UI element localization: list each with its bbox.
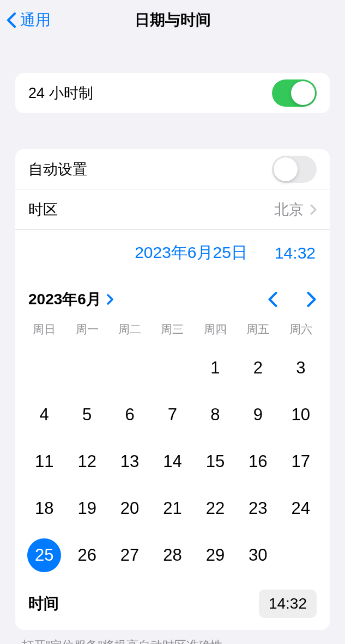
weekday-cell: 周四 (194, 322, 237, 337)
calendar-day-cell[interactable]: 8 (194, 401, 237, 428)
back-label: 通用 (20, 10, 51, 30)
calendar-day-cell[interactable]: 21 (151, 495, 193, 522)
calendar-next-month-button[interactable] (307, 292, 317, 307)
calendar-day-cell[interactable]: 1 (194, 354, 237, 382)
calendar-day-cell[interactable]: 9 (237, 401, 279, 428)
page-title: 日期与时间 (135, 10, 211, 30)
calendar-day-cell[interactable]: 18 (23, 495, 65, 522)
selected-time-display[interactable]: 14:32 (275, 244, 316, 262)
calendar-empty-cell (23, 354, 65, 382)
calendar-day-cell[interactable]: 26 (65, 542, 108, 569)
calendar-month-label: 2023年6月 (28, 289, 101, 310)
weekday-cell: 周二 (108, 322, 151, 337)
footer-hint: 打开"定位服务"将提高自动时区准确性。 (22, 637, 323, 644)
clock-24h-label: 24 小时制 (28, 83, 93, 103)
calendar-day-cell[interactable]: 4 (23, 401, 65, 428)
timezone-value-container: 北京 (274, 200, 317, 219)
timezone-row[interactable]: 时区 北京 (15, 189, 330, 230)
calendar-day-cell[interactable]: 19 (65, 495, 108, 522)
calendar-empty-cell (151, 354, 193, 382)
calendar-day-cell[interactable]: 28 (151, 542, 193, 569)
auto-set-toggle[interactable] (272, 156, 317, 183)
calendar-day-cell[interactable]: 20 (108, 495, 151, 522)
auto-set-row: 自动设置 (15, 149, 330, 189)
weekday-cell: 周三 (151, 322, 193, 337)
calendar-day-cell[interactable]: 24 (280, 495, 322, 522)
chevron-right-icon (310, 204, 317, 215)
calendar: 2023年6月 周日周一周二周三周四周五周六 12345678910111213… (15, 276, 330, 630)
toggle-knob (274, 157, 298, 181)
chevron-left-icon (7, 13, 16, 28)
calendar-day-cell[interactable]: 13 (108, 448, 151, 475)
calendar-day-cell[interactable]: 22 (194, 495, 237, 522)
time-row: 时间 14:32 (21, 574, 324, 620)
calendar-day-cell[interactable]: 14 (151, 448, 193, 475)
calendar-day-cell[interactable]: 7 (151, 401, 193, 428)
calendar-day-cell[interactable]: 16 (237, 448, 279, 475)
toggle-knob (291, 81, 315, 105)
clock-format-section: 24 小时制 (15, 73, 330, 113)
calendar-empty-cell (65, 354, 108, 382)
calendar-month-header: 2023年6月 (21, 285, 324, 322)
calendar-grid: 1234567891011121314151617181920212223242… (21, 345, 324, 574)
back-button[interactable]: 通用 (7, 10, 51, 30)
timezone-value: 北京 (274, 200, 304, 219)
calendar-day-cell[interactable]: 12 (65, 448, 108, 475)
time-label: 时间 (28, 593, 59, 614)
weekday-cell: 周五 (237, 322, 279, 337)
calendar-day-cell[interactable]: 11 (23, 448, 65, 475)
datetime-summary-row: 2023年6月25日 14:32 (15, 230, 330, 276)
navigation-bar: 通用 日期与时间 (0, 0, 345, 40)
calendar-day-cell[interactable]: 5 (65, 401, 108, 428)
weekday-cell: 周日 (23, 322, 65, 337)
chevron-right-icon (107, 294, 113, 305)
calendar-day-cell[interactable]: 10 (280, 401, 322, 428)
calendar-day-cell[interactable]: 23 (237, 495, 279, 522)
calendar-day-cell[interactable]: 15 (194, 448, 237, 475)
calendar-day-cell[interactable]: 6 (108, 401, 151, 428)
calendar-day-cell[interactable]: 17 (280, 448, 322, 475)
calendar-prev-month-button[interactable] (268, 292, 277, 307)
calendar-month-nav (268, 292, 317, 307)
selected-date-display[interactable]: 2023年6月25日 (135, 242, 247, 264)
time-picker-button[interactable]: 14:32 (259, 590, 317, 618)
calendar-weekday-header: 周日周一周二周三周四周五周六 (21, 322, 324, 337)
timezone-label: 时区 (28, 200, 58, 219)
auto-set-label: 自动设置 (28, 160, 87, 179)
clock-24h-toggle[interactable] (272, 79, 317, 107)
calendar-day-cell[interactable]: 27 (108, 542, 151, 569)
calendar-day-cell[interactable]: 30 (237, 542, 279, 569)
calendar-month-title-button[interactable]: 2023年6月 (28, 289, 113, 310)
weekday-cell: 周六 (280, 322, 322, 337)
calendar-empty-cell (108, 354, 151, 382)
calendar-day-cell[interactable]: 29 (194, 542, 237, 569)
calendar-day-cell[interactable]: 2 (237, 354, 279, 382)
calendar-day-cell[interactable]: 25 (23, 542, 65, 569)
calendar-day-cell[interactable]: 3 (280, 354, 322, 382)
weekday-cell: 周一 (65, 322, 108, 337)
clock-24h-row: 24 小时制 (15, 73, 330, 113)
datetime-section: 自动设置 时区 北京 2023年6月25日 14:32 2023年6月 (15, 149, 330, 630)
